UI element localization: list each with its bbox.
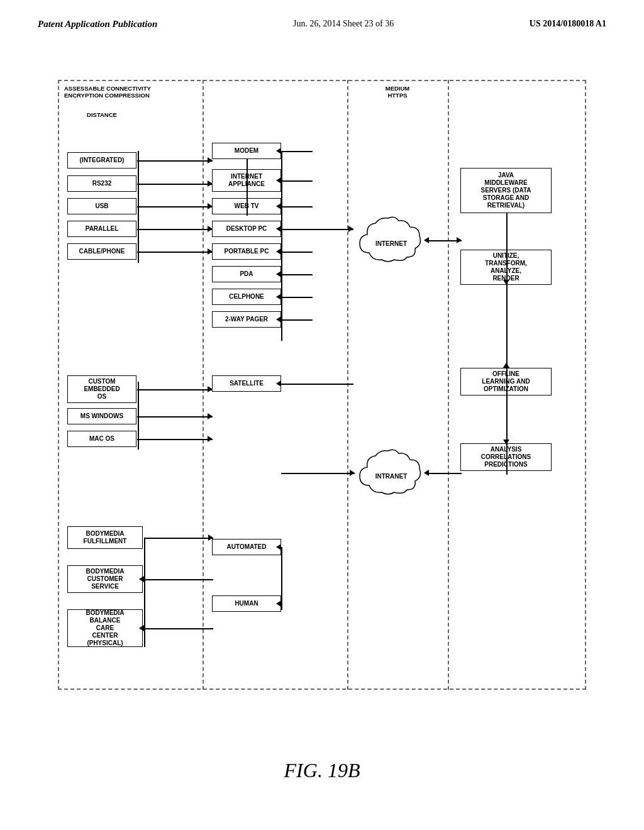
box-satellite: SATELLITE (212, 375, 281, 392)
page: Patent Application Publication Jun. 26, … (0, 0, 644, 830)
box-rs232: RS232 (67, 175, 136, 192)
box-ms-windows: MS WINDOWS (67, 408, 136, 424)
box-bodymedia-fulfillment: BODYMEDIAFULFILLMENT (67, 526, 143, 549)
arrow-pager (276, 316, 281, 323)
hline-modem-right (281, 151, 313, 152)
box-automated: AUTOMATED (212, 539, 281, 555)
arrow-cable (208, 248, 213, 255)
arrow-analysis-up (503, 363, 509, 368)
box-custom-embedded: CUSTOMEMBEDDEDOS (67, 375, 136, 403)
vline-analysis-intranet (506, 471, 508, 475)
page-header: Patent Application Publication Jun. 26, … (0, 0, 644, 36)
hline-webtv (281, 206, 313, 208)
arrow-rs232 (208, 180, 213, 187)
hline-intranet-l (281, 473, 355, 474)
box-2way-pager: 2-WAY PAGER (212, 311, 281, 328)
arrow-parallel (208, 226, 213, 232)
arrow-portable (276, 248, 281, 255)
arrow-webtv (276, 203, 281, 209)
arrow-internet-java (457, 237, 462, 243)
vline-modem-cloud (247, 159, 248, 216)
arrow-java-unitize (503, 280, 509, 285)
box-usb: USB (67, 198, 136, 214)
hline-desktop (281, 229, 353, 230)
hline-usb (137, 206, 213, 208)
vline-java-unitize (506, 213, 508, 251)
arrow-celphone (276, 294, 281, 300)
box-bodymedia-customer: BODYMEDIACUSTOMERSERVICE (67, 565, 143, 593)
hline-cable (137, 252, 213, 253)
arrow-custom-embedded (208, 386, 213, 392)
box-human: HUMAN (212, 595, 281, 612)
medium-label: MEDIUMHTTPS (360, 85, 435, 99)
arrow-intranet-server (424, 470, 429, 476)
publication-title: Patent Application Publication (38, 19, 157, 30)
cloud-internet: INTERNET (353, 212, 429, 268)
distance-label: DISTANCE (70, 111, 133, 118)
arrow-intranet-r (350, 470, 355, 476)
box-portable-pc: PORTABLE PC (212, 243, 281, 260)
hline-bm-balance (144, 628, 213, 629)
arrow-offline-analysis (503, 440, 509, 445)
arrow-bm-customer (139, 576, 144, 582)
vline-unitize-offline (506, 285, 508, 369)
vline-col2 (347, 80, 348, 690)
hline-bm-customer (144, 579, 213, 580)
vline-col3 (448, 80, 449, 690)
hline-custom-embedded (137, 389, 213, 390)
box-modem: MODEM (212, 143, 281, 159)
vbus-automated-human (281, 547, 282, 610)
vbus-os (138, 382, 139, 450)
vline-col1 (203, 80, 204, 690)
hline-pda (281, 274, 313, 275)
hline-internet-app (281, 180, 313, 182)
hline-celphone (281, 297, 313, 298)
box-java-middleware: JAVAMIDDLEWARESERVERS (DATASTORAGE ANDRE… (460, 168, 552, 213)
arrow-integrated (208, 157, 213, 163)
box-celphone: CELPHONE (212, 289, 281, 305)
hline-integrated (137, 160, 213, 162)
hline-satellite-r (281, 384, 353, 385)
box-desktop-pc: DESKTOP PC (212, 221, 281, 237)
arrow-satellite-l (276, 380, 281, 387)
vline-offline-analysis (506, 396, 508, 445)
arrow-internet-app (276, 177, 281, 184)
arrow-desktop-l (276, 226, 281, 232)
hline-rs232 (137, 184, 213, 185)
arrow-pda (276, 271, 281, 277)
hline-bm-fulfillment (144, 538, 213, 539)
arrow-desktop-r (348, 226, 353, 232)
connectivity-label: ASSESSABLE CONNECTIVITYENCRYPTION COMPRE… (64, 85, 196, 99)
figure-caption: FIG. 19B (0, 759, 644, 782)
box-cable-phone: CABLE/PHONE (67, 243, 136, 260)
arrow-usb (208, 203, 213, 209)
hline-intranet-server (429, 473, 462, 474)
box-mac-os: MAC OS (67, 431, 136, 447)
arrow-mac-os (208, 436, 213, 442)
box-integrated: (INTEGRATED) (67, 152, 136, 169)
arrow-human (276, 600, 281, 607)
arrow-automated (276, 544, 281, 550)
sheet-info: Jun. 26, 2014 Sheet 23 of 36 (293, 19, 394, 29)
hline-ms-windows (137, 416, 213, 418)
box-parallel: PARALLEL (67, 221, 136, 237)
patent-number: US 2014/0180018 A1 (530, 19, 606, 29)
hline-mac-os (137, 439, 213, 440)
arrow-ms-windows (208, 413, 213, 419)
box-pda: PDA (212, 266, 281, 282)
arrow-java-internet (424, 237, 429, 243)
hline-parallel (137, 229, 213, 230)
vbus-middle-right (281, 151, 282, 341)
hline-portable (281, 252, 313, 253)
arrow-modem-l (276, 148, 281, 154)
box-bodymedia-balance: BODYMEDIABALANCECARECENTER(PHYSICAL) (67, 609, 143, 647)
cloud-intranet: INTRANET (353, 445, 429, 501)
hline-pager (281, 319, 313, 321)
vbus-bodymedia (144, 538, 145, 647)
arrow-bm-fulfillment (208, 534, 213, 541)
diagram-container: ASSESSABLE CONNECTIVITYENCRYPTION COMPRE… (52, 55, 592, 746)
arrow-bm-balance (139, 625, 144, 631)
